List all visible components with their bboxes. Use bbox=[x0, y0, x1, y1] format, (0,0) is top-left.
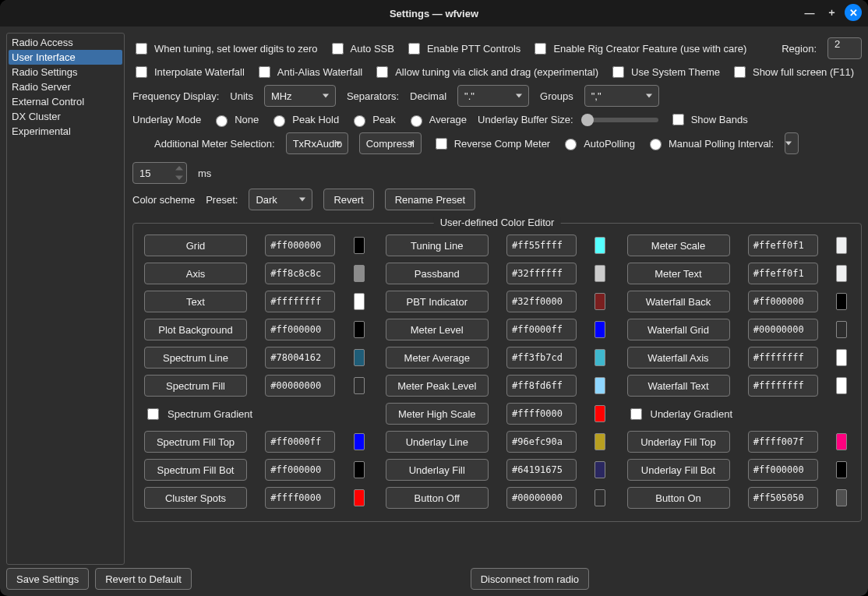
color-underlay-line-value[interactable]: #96efc90a bbox=[506, 431, 577, 453]
color-spectrum-fill-swatch[interactable] bbox=[354, 377, 365, 394]
color-spectrum-fill-bot-value[interactable]: #ff000000 bbox=[265, 459, 335, 481]
color-passband-value[interactable]: #32ffffff bbox=[506, 263, 577, 284]
preset-combo[interactable]: Dark bbox=[249, 189, 312, 210]
click-drag-tuning-checkbox[interactable]: Allow tuning via click and drag (experim… bbox=[373, 64, 598, 80]
color-grid-value[interactable]: #ff000000 bbox=[265, 235, 335, 256]
meter1-combo[interactable]: TxRxAudio bbox=[286, 132, 348, 154]
color-text-swatch[interactable] bbox=[354, 293, 365, 310]
auto-ssb-checkbox[interactable]: Auto SSB bbox=[329, 41, 394, 57]
color-underlay-fill-top-button[interactable]: Underlay Fill Top bbox=[627, 431, 730, 453]
color-meter-peak-level-value[interactable]: #ff8fd6ff bbox=[506, 375, 577, 397]
sidebar-item-radio-settings[interactable]: Radio Settings bbox=[9, 65, 122, 79]
color-waterfall-back-button[interactable]: Waterfall Back bbox=[627, 291, 730, 312]
color-tuning-line-button[interactable]: Tuning Line bbox=[386, 235, 489, 256]
color-button-off-value[interactable]: #00000000 bbox=[506, 487, 577, 509]
color-waterfall-back-swatch[interactable] bbox=[836, 293, 847, 310]
autopolling-radio[interactable]: AutoPolling bbox=[561, 136, 635, 150]
color-meter-peak-level-swatch[interactable] bbox=[595, 377, 605, 394]
color-waterfall-text-value[interactable]: #ffffffff bbox=[748, 375, 818, 397]
color-pbt-indicator-value[interactable]: #32ff0000 bbox=[506, 291, 577, 312]
color-meter-peak-level-button[interactable]: Meter Peak Level bbox=[386, 375, 489, 397]
color-underlay-line-swatch[interactable] bbox=[595, 433, 605, 450]
color-meter-high-scale-swatch[interactable] bbox=[595, 405, 605, 422]
poll-interval-spin[interactable]: 15 bbox=[132, 162, 187, 184]
color-meter-level-swatch[interactable] bbox=[595, 321, 605, 338]
underlay-average-radio[interactable]: Average bbox=[407, 113, 467, 127]
color-spectrum-fill-bot-swatch[interactable] bbox=[354, 461, 365, 478]
color-waterfall-text-button[interactable]: Waterfall Text bbox=[627, 375, 730, 397]
color-grid-swatch[interactable] bbox=[354, 237, 365, 254]
color-cluster-spots-swatch[interactable] bbox=[354, 489, 365, 506]
color-pbt-indicator-button[interactable]: PBT Indicator bbox=[386, 291, 489, 312]
color-grid-button[interactable]: Grid bbox=[144, 235, 247, 256]
sidebar-item-user-interface[interactable]: User Interface bbox=[9, 50, 122, 65]
color-cluster-spots-button[interactable]: Cluster Spots bbox=[144, 487, 247, 509]
region-input[interactable]: 2 bbox=[827, 37, 862, 59]
color-waterfall-axis-swatch[interactable] bbox=[836, 349, 847, 366]
color-meter-average-swatch[interactable] bbox=[595, 349, 605, 366]
color-waterfall-back-value[interactable]: #ff000000 bbox=[748, 291, 818, 312]
color-spectrum-fill-value[interactable]: #00000000 bbox=[265, 375, 335, 397]
color-underlay-fill-bot-swatch[interactable] bbox=[836, 461, 847, 478]
color-text-value[interactable]: #ffffffff bbox=[265, 291, 335, 312]
color-waterfall-axis-button[interactable]: Waterfall Axis bbox=[627, 347, 730, 369]
color-spectrum-line-swatch[interactable] bbox=[354, 349, 365, 366]
tune-lower-zero-checkbox[interactable]: When tuning, set lower digits to zero bbox=[132, 41, 318, 57]
sidebar-item-external-control[interactable]: External Control bbox=[9, 94, 122, 109]
color-button-off-swatch[interactable] bbox=[595, 489, 605, 506]
interpolate-waterfall-checkbox[interactable]: Interpolate Waterfall bbox=[132, 64, 245, 80]
poll-units-combo[interactable] bbox=[785, 132, 799, 154]
color-spectrum-fill-button[interactable]: Spectrum Fill bbox=[144, 375, 247, 397]
spectrum-gradient-checkbox[interactable]: Spectrum Gradient bbox=[144, 403, 368, 425]
color-axis-swatch[interactable] bbox=[354, 265, 365, 282]
save-settings-button[interactable]: Save Settings bbox=[6, 568, 89, 590]
meter2-combo[interactable]: Compressi bbox=[359, 132, 422, 154]
revert-default-button[interactable]: Revert to Default bbox=[95, 568, 192, 590]
manualpolling-radio[interactable]: Manual Polling Interval: bbox=[646, 136, 774, 150]
show-bands-checkbox[interactable]: Show Bands bbox=[669, 111, 748, 128]
color-meter-scale-button[interactable]: Meter Scale bbox=[627, 235, 730, 256]
color-meter-level-button[interactable]: Meter Level bbox=[386, 319, 489, 340]
color-meter-text-value[interactable]: #ffeff0f1 bbox=[748, 263, 818, 284]
color-button-on-button[interactable]: Button On bbox=[627, 487, 730, 509]
color-meter-average-button[interactable]: Meter Average bbox=[386, 347, 489, 369]
color-cluster-spots-value[interactable]: #ffff0000 bbox=[265, 487, 335, 509]
color-pbt-indicator-swatch[interactable] bbox=[595, 293, 605, 310]
color-tuning-line-swatch[interactable] bbox=[595, 237, 605, 254]
maximize-button[interactable]: ＋ bbox=[823, 4, 840, 21]
underlay-none-radio[interactable]: None bbox=[212, 113, 259, 127]
color-button-on-value[interactable]: #ff505050 bbox=[748, 487, 818, 509]
fullscreen-checkbox[interactable]: Show full screen (F11) bbox=[731, 64, 854, 80]
color-button-off-button[interactable]: Button Off bbox=[386, 487, 489, 509]
color-underlay-fill-top-value[interactable]: #ffff007f bbox=[748, 431, 818, 453]
underlay-peak-radio[interactable]: Peak bbox=[350, 113, 396, 127]
color-underlay-fill-bot-value[interactable]: #ff000000 bbox=[748, 459, 818, 481]
color-spectrum-fill-bot-button[interactable]: Spectrum Fill Bot bbox=[144, 459, 247, 481]
color-meter-level-value[interactable]: #ff0000ff bbox=[506, 319, 577, 340]
units-combo[interactable]: MHz bbox=[264, 85, 336, 107]
color-button-on-swatch[interactable] bbox=[836, 489, 847, 506]
color-underlay-fill-top-swatch[interactable] bbox=[836, 433, 847, 450]
sidebar-item-radio-server[interactable]: Radio Server bbox=[9, 79, 122, 94]
color-spectrum-line-button[interactable]: Spectrum Line bbox=[144, 347, 247, 369]
color-plot-background-value[interactable]: #ff000000 bbox=[265, 319, 335, 340]
revert-preset-button[interactable]: Revert bbox=[323, 189, 373, 210]
color-meter-text-button[interactable]: Meter Text bbox=[627, 263, 730, 284]
color-underlay-fill-bot-button[interactable]: Underlay Fill Bot bbox=[627, 459, 730, 481]
close-button[interactable]: ✕ bbox=[845, 4, 862, 21]
disconnect-button[interactable]: Disconnect from radio bbox=[471, 568, 589, 590]
color-plot-background-button[interactable]: Plot Background bbox=[144, 319, 247, 340]
color-meter-text-swatch[interactable] bbox=[836, 265, 847, 282]
minimize-button[interactable]: — bbox=[801, 4, 818, 21]
color-waterfall-grid-button[interactable]: Waterfall Grid bbox=[627, 319, 730, 340]
color-waterfall-grid-value[interactable]: #00000000 bbox=[748, 319, 818, 340]
color-underlay-fill-value[interactable]: #64191675 bbox=[506, 459, 577, 481]
color-underlay-fill-swatch[interactable] bbox=[595, 461, 605, 478]
color-passband-button[interactable]: Passband bbox=[386, 263, 489, 284]
reverse-comp-checkbox[interactable]: Reverse Comp Meter bbox=[432, 136, 551, 152]
color-passband-swatch[interactable] bbox=[595, 265, 605, 282]
decimal-combo[interactable]: "." bbox=[457, 85, 529, 107]
underlay-peakhold-radio[interactable]: Peak Hold bbox=[270, 113, 339, 127]
sidebar-item-experimental[interactable]: Experimental bbox=[9, 124, 122, 139]
underlay-buffer-slider[interactable] bbox=[584, 118, 658, 122]
